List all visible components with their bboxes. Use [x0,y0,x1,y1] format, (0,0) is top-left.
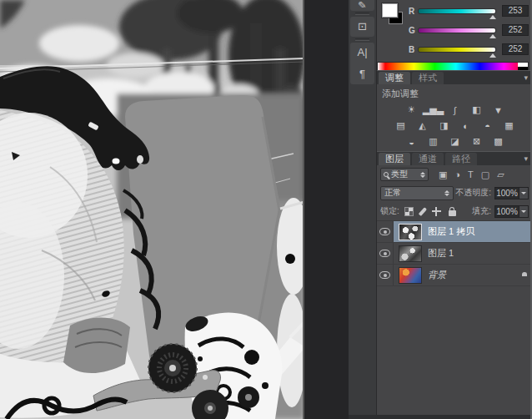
red-channel-slider[interactable] [419,9,495,13]
curves-adjustment-icon[interactable]: ∫ [447,103,463,116]
layer-thumbnail[interactable] [399,267,422,284]
eye-icon [379,250,390,257]
photo-filter-adjustment-icon[interactable]: ◐ [458,119,474,132]
layer-thumbnail[interactable] [399,245,422,262]
canvas-image[interactable] [0,0,349,419]
photoshop-window: ✎ ⊡ A| ¶ R 253 [0,0,532,419]
green-channel-slider[interactable] [419,28,495,33]
layer-row-layer1[interactable]: 图层 1 [377,243,532,265]
canvas-area[interactable] [0,0,349,419]
adjustments-tabbar: 调整 样式 ▾ [377,70,532,84]
lock-pixels-icon[interactable] [419,207,427,216]
posterize-adjustment-icon[interactable]: ▥ [425,135,441,148]
opacity-label: 不透明度: [455,187,491,199]
fill-dropdown-icon[interactable] [519,205,529,218]
opacity-dropdown-icon[interactable] [519,187,529,199]
exposure-adjustment-icon[interactable]: ◧ [469,103,484,116]
window-bottom-edge [349,415,532,419]
layer-row-layer1-copy[interactable]: 图层 1 拷贝 [377,221,532,243]
lock-transparency-icon[interactable] [404,207,414,216]
search-icon [384,172,389,177]
panel-column: R 253 G 252 B [377,0,532,419]
layers-tabbar: 图层 通道 路径 ▾ [377,151,532,165]
layers-panel-menu-icon[interactable]: ▾ [524,154,528,163]
lock-label: 锁定: [380,205,399,217]
layer-name[interactable]: 图层 1 [428,247,454,260]
smart-object-filter-icon[interactable]: ▱ [497,169,504,180]
adjustments-panel-menu-icon[interactable]: ▾ [524,73,528,82]
brightness-contrast-adjustment-icon[interactable]: ☀ [404,103,419,116]
pixel-layers-filter-icon[interactable]: ▣ [439,169,447,180]
tab-layers[interactable]: 图层 [379,153,410,165]
layer-filter-row: 类型 ▣ ◑ T ▢ ▱ [377,165,532,184]
visibility-toggle[interactable] [377,243,394,264]
color-panel: R 253 G 252 B [377,0,532,70]
opacity-value[interactable]: 100% [494,187,519,199]
character-panel-icon[interactable]: A| [350,46,374,59]
tab-adjustments[interactable]: 调整 [379,72,410,84]
channel-mixer-adjustment-icon[interactable]: ◓ [479,119,495,132]
fill-label: 填充: [472,205,491,217]
color-lookup-adjustment-icon[interactable]: ▦ [501,119,517,132]
red-channel-label: R [409,7,419,16]
green-channel-label: G [409,26,419,35]
blend-mode-value: 正常 [384,187,444,199]
add-adjustment-heading: 添加调整 [382,88,529,100]
hue-saturation-adjustment-icon[interactable]: ▤ [393,119,409,132]
color-swatches [380,3,407,28]
blend-mode-row: 正常 不透明度: 100% [377,184,532,202]
visibility-toggle[interactable] [377,221,394,242]
dock-divider[interactable] [355,13,369,15]
green-slider-thumb-icon[interactable] [489,34,496,38]
clone-source-panel-icon[interactable]: ⊡ [350,20,374,33]
blue-slider-thumb-icon[interactable] [489,53,496,58]
color-balance-adjustment-icon[interactable]: ◭ [414,119,430,132]
eye-icon [379,228,390,235]
filter-type-label: 类型 [391,169,418,180]
layer-row-background[interactable]: 背景 [377,265,532,286]
gradient-map-adjustment-icon[interactable]: ▩ [490,135,506,148]
shape-layers-filter-icon[interactable]: ▢ [481,169,489,180]
green-channel-row: G 252 [409,23,529,37]
adjustments-panel: 调整 样式 ▾ 添加调整 ☀ ▂▅▃ ∫ ◧ ▼ ▤ ◭ ◨ ◐ ◓ [377,70,532,148]
layers-panel: 图层 通道 路径 ▾ 类型 ▣ ◑ T ▢ ▱ [377,151,532,286]
blue-channel-slider[interactable] [419,48,495,52]
filter-select-arrows-icon [420,172,425,178]
selective-color-adjustment-icon[interactable]: ⊠ [469,135,484,148]
pen-panel-icon[interactable]: ✎ [350,0,374,8]
black-white-adjustment-icon[interactable]: ◨ [436,119,452,132]
tab-styles[interactable]: 样式 [412,72,444,84]
levels-adjustment-icon[interactable]: ▂▅▃ [425,103,441,116]
panel-dock-strip: ✎ ⊡ A| ¶ [349,0,377,419]
red-channel-value[interactable]: 253 [502,5,529,17]
visibility-toggle[interactable] [377,265,394,285]
adjustment-layers-filter-icon[interactable]: ◑ [454,169,460,180]
dock-divider[interactable] [355,38,369,41]
foreground-color-swatch[interactable] [382,3,398,18]
blue-channel-value[interactable]: 252 [502,43,529,55]
red-channel-row: R 253 [409,4,529,18]
layer-name[interactable]: 图层 1 拷贝 [428,225,474,238]
invert-adjustment-icon[interactable]: ◒ [404,135,419,148]
red-slider-thumb-icon[interactable] [489,15,496,19]
layer-list: 图层 1 拷贝 图层 1 背景 [377,220,532,286]
tab-channels[interactable]: 通道 [412,153,444,165]
lock-all-icon[interactable] [449,210,456,216]
layer-thumbnail[interactable] [399,224,422,240]
threshold-adjustment-icon[interactable]: ◪ [447,135,463,148]
lock-position-icon[interactable] [432,207,441,216]
layer-name[interactable]: 背景 [428,269,446,281]
blue-channel-row: B 252 [409,43,529,56]
vibrance-adjustment-icon[interactable]: ▼ [490,103,506,116]
fill-value[interactable]: 100% [494,205,519,218]
layer-filter-type-select[interactable]: 类型 [380,168,429,181]
type-layers-filter-icon[interactable]: T [468,169,474,180]
green-channel-value[interactable]: 252 [502,24,529,36]
lock-row: 锁定: 填充: 100% [377,202,532,220]
eye-icon [379,271,390,279]
blend-mode-select[interactable]: 正常 [380,186,454,200]
blue-channel-label: B [409,45,419,54]
tab-paths[interactable]: 路径 [445,153,477,165]
blend-select-arrows-icon [444,190,449,196]
paragraph-panel-icon[interactable]: ¶ [350,68,374,81]
